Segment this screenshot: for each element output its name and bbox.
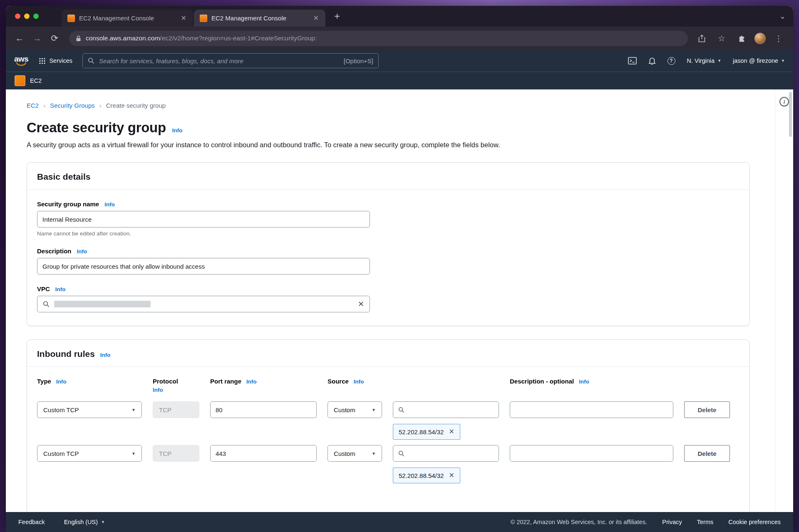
column-label: Port range [210, 378, 241, 385]
cookie-preferences-link[interactable]: Cookie preferences [728, 519, 781, 525]
source-mode-select[interactable]: Custom ▼ [328, 445, 382, 462]
console-footer: Feedback English (US) ▼ © 2022, Amazon W… [6, 512, 793, 532]
browser-tab-inactive[interactable]: EC2 Management Console ✕ [62, 10, 193, 27]
terms-link[interactable]: Terms [697, 519, 713, 525]
forward-button[interactable]: → [29, 30, 45, 46]
type-select-value: Custom TCP [43, 450, 79, 457]
tab-search-chevron-icon[interactable]: ⌄ [779, 12, 786, 21]
column-header-protocol: Protocol Info [153, 378, 199, 393]
console-search-input[interactable] [99, 57, 339, 64]
region-selector[interactable]: N. Virginia ▼ [687, 57, 722, 64]
inbound-rule-row: Custom TCP ▼ TCP Custom ▼ [37, 445, 739, 462]
protocol-info-link[interactable]: Info [153, 387, 163, 393]
column-header-description: Description - optional Info [510, 378, 673, 385]
services-menu-button[interactable]: Services [37, 55, 74, 67]
notifications-bell-icon[interactable] [648, 57, 656, 65]
help-icon[interactable]: ? [667, 57, 675, 65]
type-info-link[interactable]: Info [56, 379, 67, 385]
source-info-link[interactable]: Info [354, 379, 364, 385]
inbound-rules-info-link[interactable]: Info [100, 352, 111, 358]
bookmark-star-icon[interactable]: ☆ [715, 31, 729, 45]
delete-rule-button[interactable]: Delete [684, 401, 730, 418]
inbound-rules-title: Inbound rules [37, 349, 95, 359]
description-input[interactable] [37, 258, 370, 275]
vpc-info-link[interactable]: Info [55, 286, 66, 292]
main-area: EC2 › Security Groups › Create security … [6, 89, 775, 512]
column-label: Type [37, 378, 51, 385]
source-mode-select[interactable]: Custom ▼ [328, 401, 382, 418]
delete-rule-button[interactable]: Delete [684, 445, 730, 462]
breadcrumb-link-security-groups[interactable]: Security Groups [50, 102, 95, 109]
description-info-link[interactable]: Info [77, 248, 87, 255]
source-cidr-input[interactable] [409, 406, 494, 413]
ec2-service-bar: EC2 [6, 72, 793, 89]
vpc-label: VPC Info [37, 285, 739, 292]
tools-info-icon[interactable]: i [779, 97, 789, 106]
breadcrumb-link-ec2[interactable]: EC2 [27, 102, 39, 109]
url-domain: console.aws.amazon.com [86, 35, 160, 42]
breadcrumb: EC2 › Security Groups › Create security … [27, 102, 750, 109]
account-menu[interactable]: jason @ firezone ▼ [733, 57, 785, 64]
port-range-input[interactable] [210, 445, 317, 462]
scrollbar-thumb[interactable] [789, 92, 792, 137]
address-bar[interactable]: console.aws.amazon.com/ec2/v2/home?regio… [69, 31, 688, 46]
tab-close-icon[interactable]: ✕ [179, 13, 189, 23]
port-range-info-link[interactable]: Info [246, 379, 257, 385]
privacy-link[interactable]: Privacy [662, 519, 682, 525]
source-cidr-input[interactable] [409, 450, 494, 457]
cloudshell-terminal-icon[interactable] [628, 57, 637, 64]
minimize-window-button[interactable] [24, 14, 30, 19]
field-label-text: VPC [37, 285, 50, 292]
description-col-info-link[interactable]: Info [579, 379, 589, 385]
type-select[interactable]: Custom TCP ▼ [37, 401, 142, 418]
name-info-link[interactable]: Info [104, 201, 115, 208]
browser-menu-kebab-icon[interactable]: ⋮ [772, 31, 786, 45]
title-info-link[interactable]: Info [172, 127, 183, 134]
port-range-input[interactable] [210, 401, 317, 418]
rule-description-input[interactable] [510, 401, 673, 418]
tab-title: EC2 Management Console [79, 15, 174, 22]
back-button[interactable]: ← [12, 30, 27, 46]
new-tab-button[interactable]: + [330, 10, 344, 23]
security-group-name-input[interactable] [37, 211, 370, 228]
region-label: N. Virginia [687, 57, 715, 64]
vpc-search-input[interactable]: ✕ [37, 296, 370, 312]
console-search[interactable]: [Option+S] [82, 53, 379, 68]
aws-logo[interactable]: aws [14, 56, 28, 66]
url-text: console.aws.amazon.com/ec2/v2/home?regio… [86, 35, 317, 42]
extensions-puzzle-icon[interactable] [734, 31, 749, 45]
vpc-clear-icon[interactable]: ✕ [358, 300, 364, 308]
browser-window: EC2 Management Console ✕ EC2 Management … [6, 6, 793, 532]
language-selector[interactable]: English (US) ▼ [64, 519, 105, 525]
language-label: English (US) [64, 519, 98, 525]
browser-tab-active[interactable]: EC2 Management Console ✕ [194, 10, 325, 27]
profile-avatar[interactable] [754, 33, 766, 44]
share-icon[interactable] [695, 31, 709, 45]
tools-panel-rail: i [775, 89, 793, 512]
console-header-right: ? N. Virginia ▼ jason @ firezone ▼ [628, 57, 785, 65]
feedback-link[interactable]: Feedback [18, 519, 45, 525]
reload-button[interactable]: ⟳ [47, 30, 62, 46]
source-search-input[interactable] [393, 401, 499, 418]
column-header-source: Source Info [328, 378, 499, 385]
remove-token-icon[interactable]: ✕ [449, 472, 454, 479]
source-search-input[interactable] [393, 445, 499, 462]
aws-smile-icon [16, 62, 26, 66]
basic-details-body: Security group name Info Name cannot be … [27, 190, 749, 326]
zoom-window-button[interactable] [33, 14, 39, 19]
search-icon [88, 57, 94, 64]
close-window-button[interactable] [15, 14, 20, 19]
type-select[interactable]: Custom TCP ▼ [37, 445, 142, 462]
tab-close-icon[interactable]: ✕ [311, 13, 321, 23]
ec2-service-icon[interactable] [15, 75, 25, 86]
rule-description-input[interactable] [510, 445, 673, 462]
vpc-selected-value-redacted [54, 301, 151, 307]
field-label-text: Security group name [37, 200, 99, 208]
ec2-service-label[interactable]: EC2 [30, 77, 42, 84]
grid-icon [39, 58, 45, 64]
nav-right-controls: ☆ ⋮ [695, 31, 787, 45]
name-helper-text: Name cannot be edited after creation. [37, 230, 739, 237]
tab-strip: EC2 Management Console ✕ EC2 Management … [6, 6, 793, 27]
remove-token-icon[interactable]: ✕ [449, 428, 454, 435]
chevron-down-icon: ▼ [372, 451, 376, 456]
